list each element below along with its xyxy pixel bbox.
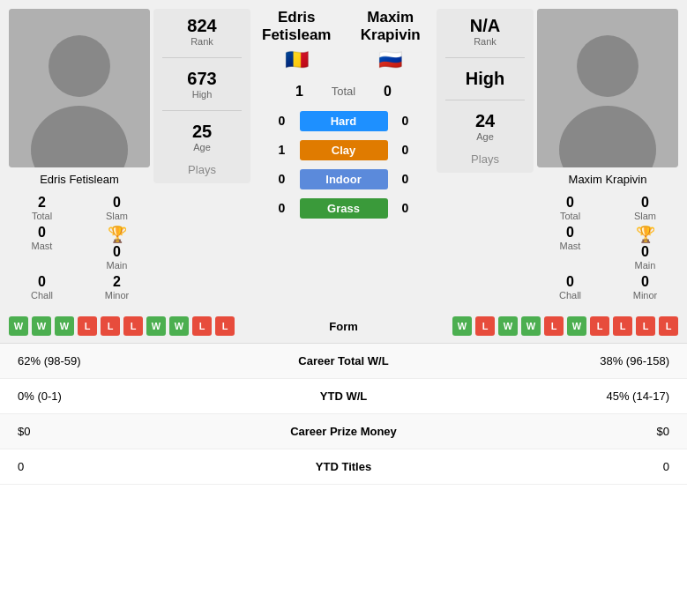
right-header-name: Maxim Krapivin <box>348 9 434 45</box>
right-flag: 🇷🇺 <box>348 48 434 71</box>
right-age-label: Age <box>475 131 495 142</box>
left-slam-cell: 0 Slam <box>84 195 150 221</box>
right-slam-value: 0 <box>641 195 649 211</box>
stats-left-3: 0 <box>0 449 241 485</box>
left-high-block: 673 High <box>187 69 216 100</box>
left-trophy-icon: 🏆 <box>108 225 127 244</box>
clay-left: 1 <box>273 143 291 157</box>
left-chall-value: 0 <box>38 274 46 290</box>
grass-row: 0 Grass 0 <box>273 194 414 223</box>
left-middle-stats: 824 Rank 673 High 25 Age Plays <box>153 9 250 183</box>
right-high-value: High <box>466 69 504 89</box>
form-badge-left: L <box>101 316 120 336</box>
stats-row: 0% (0-1) YTD W/L 45% (14-17) <box>0 379 687 414</box>
left-trophy-cell: 🏆 0 Main <box>84 225 150 271</box>
right-minor-value: 0 <box>641 274 649 290</box>
svg-point-1 <box>49 35 110 97</box>
form-badge-left: W <box>9 316 28 336</box>
left-age-block: 25 Age <box>192 122 212 152</box>
left-high-value: 673 <box>187 69 216 89</box>
main-container: Edris Fetisleam 2 Total 0 Slam 0 Mast 🏆 … <box>0 0 687 485</box>
form-left: WWWLLLWWLL <box>9 316 300 336</box>
form-badge-right: W <box>521 316 541 336</box>
right-mast-value: 0 <box>566 225 574 241</box>
right-chall-label: Chall <box>559 290 581 301</box>
right-rank-panel: N/A Rank High 24 Age Plays <box>437 9 534 173</box>
left-chall-label: Chall <box>31 290 53 301</box>
stats-left-2: $0 <box>0 414 241 449</box>
clay-row: 1 Clay 0 <box>273 136 414 165</box>
stats-row: 62% (98-59) Career Total W/L 38% (96-158… <box>0 344 687 379</box>
left-total-cell: 2 Total <box>9 195 75 221</box>
right-trophy-icon: 🏆 <box>636 225 655 244</box>
right-mast-cell: 0 Mast <box>537 225 603 271</box>
total-right: 0 <box>379 84 397 100</box>
clay-badge: Clay <box>300 140 388 160</box>
right-main-label: Main <box>635 260 656 271</box>
hard-right: 0 <box>397 114 414 128</box>
grass-left: 0 <box>273 201 291 215</box>
indoor-row: 0 Indoor 0 <box>273 165 414 194</box>
stats-right-0: 38% (96-158) <box>446 344 687 379</box>
left-rank-block: 824 Rank <box>187 16 216 47</box>
form-section: WWWLLLWWLL Form WLWWLWLLLL <box>0 309 687 344</box>
form-badge-right: L <box>636 316 655 336</box>
right-total-label: Total <box>560 211 580 221</box>
stats-row: 0 YTD Titles 0 <box>0 449 687 485</box>
left-minor-label: Minor <box>105 290 130 301</box>
comparison-section: Edris Fetisleam 2 Total 0 Slam 0 Mast 🏆 … <box>0 0 687 309</box>
form-badge-right: W <box>452 316 472 336</box>
form-badge-left: W <box>55 316 74 336</box>
right-player-photo <box>537 9 678 167</box>
hard-badge: Hard <box>300 111 388 131</box>
form-badge-right: L <box>475 316 495 336</box>
left-high-label: High <box>187 89 216 100</box>
right-rank-value: N/A <box>470 16 500 36</box>
left-chall-cell: 0 Chall <box>9 274 75 301</box>
left-player-photo <box>9 9 150 167</box>
form-badge-right: L <box>613 316 632 336</box>
left-player-col: Edris Fetisleam 2 Total 0 Slam 0 Mast 🏆 … <box>9 9 150 301</box>
left-plays-label: Plays <box>188 163 216 176</box>
form-right: WLWWLWLLLL <box>388 316 679 336</box>
right-age-value: 24 <box>475 111 495 131</box>
left-age-label: Age <box>192 142 212 152</box>
left-rank-label: Rank <box>187 36 216 47</box>
left-slam-label: Slam <box>106 211 128 221</box>
right-mast-label: Mast <box>560 241 581 251</box>
stats-left-1: 0% (0-1) <box>0 379 241 414</box>
indoor-left: 0 <box>273 172 291 186</box>
form-badge-left: W <box>169 316 189 336</box>
form-badge-right: W <box>567 316 586 336</box>
form-badge-left: W <box>146 316 166 336</box>
left-main-label: Main <box>107 260 128 271</box>
right-minor-label: Minor <box>633 290 658 301</box>
right-rank-block: N/A Rank <box>470 16 500 47</box>
grass-badge: Grass <box>300 198 388 219</box>
right-minor-cell: 0 Minor <box>612 274 678 301</box>
right-slam-cell: 0 Slam <box>612 195 678 221</box>
left-divider1 <box>162 57 242 58</box>
left-total-value: 2 <box>38 195 46 211</box>
right-high-block: High <box>466 69 504 89</box>
center-col: Edris Fetisleam 🇷🇴 Maxim Krapivin 🇷🇺 1 T… <box>254 9 433 223</box>
stats-row: $0 Career Prize Money $0 <box>0 414 687 449</box>
right-total-value: 0 <box>566 195 574 211</box>
hard-left: 0 <box>273 114 291 128</box>
right-age-block: 24 Age <box>475 111 495 142</box>
right-chall-cell: 0 Chall <box>537 274 603 301</box>
form-badge-right: L <box>659 316 678 336</box>
hard-row: 0 Hard 0 <box>273 107 414 136</box>
left-minor-cell: 2 Minor <box>84 274 150 301</box>
stats-right-2: $0 <box>446 414 687 449</box>
left-slam-value: 0 <box>113 195 121 211</box>
stats-right-1: 45% (14-17) <box>446 379 687 414</box>
right-player-stats: 0 Total 0 Slam 0 Mast 🏆 0 Main 0 <box>537 195 678 301</box>
left-mast-value: 0 <box>38 225 46 241</box>
indoor-right: 0 <box>397 172 414 186</box>
form-badge-left: L <box>78 316 97 336</box>
right-chall-value: 0 <box>566 274 574 290</box>
clay-right: 0 <box>397 143 414 157</box>
right-main-value: 0 <box>641 244 649 260</box>
stats-label-1: YTD W/L <box>241 379 447 414</box>
